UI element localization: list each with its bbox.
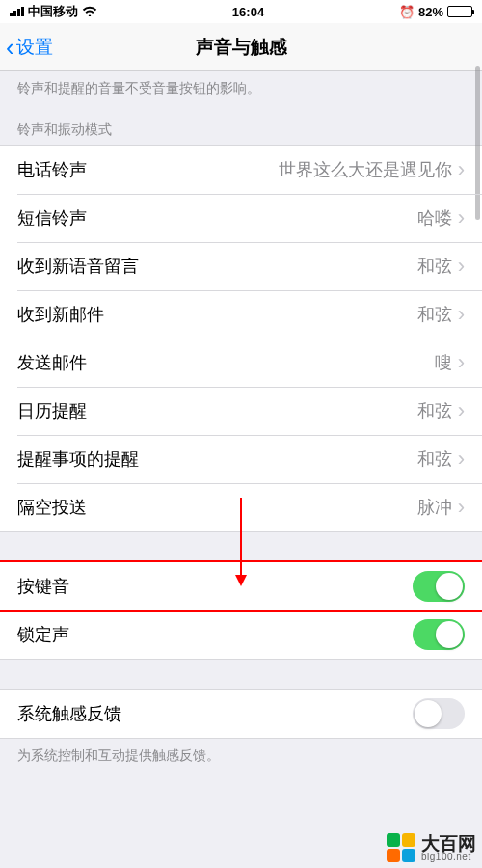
sound-row[interactable]: 收到新语音留言和弦› [0,242,482,290]
chevron-right-icon: › [458,205,465,231]
toggle-switch[interactable] [413,619,465,650]
row-label: 提醒事项的提醒 [17,448,139,471]
row-label: 隔空投送 [17,496,87,519]
row-value: 哈喽 [417,206,452,230]
row-value: 嗖 [435,351,452,374]
haptics-footer: 为系统控制和互动提供触感反馈。 [0,739,482,775]
row-label: 电话铃声 [17,158,87,181]
row-value: 和弦 [417,448,452,471]
toggle-switch[interactable] [413,698,465,729]
toggle-switch[interactable] [413,571,465,602]
chevron-right-icon: › [458,254,465,279]
carrier-label: 中国移动 [28,3,78,20]
battery-icon [447,6,472,17]
row-value: 和弦 [417,399,452,422]
alarm-icon: ⏰ [399,5,415,19]
status-time: 16:04 [232,5,264,19]
watermark-en: big100.net [421,853,476,862]
row-label: 收到新邮件 [17,303,104,326]
sound-row[interactable]: 收到新邮件和弦› [0,290,482,339]
chevron-right-icon: › [458,350,465,375]
back-button[interactable]: ‹ 设置 [0,35,53,60]
watermark: 大百网 big100.net [387,833,476,862]
chevron-right-icon: › [458,157,465,182]
sound-row[interactable]: 隔空投送脉冲› [0,483,482,531]
chevron-left-icon: ‹ [6,35,14,60]
row-label: 收到新语音留言 [17,255,139,278]
signal-icon [10,7,24,16]
sound-row[interactable]: 日历提醒和弦› [0,387,482,435]
section-header-ringtone: 铃声和振动模式 [0,108,482,145]
back-label: 设置 [16,35,53,60]
row-value: 脉冲 [417,496,452,519]
sounds-group: 电话铃声世界这么大还是遇见你›短信铃声哈喽›收到新语音留言和弦›收到新邮件和弦›… [0,145,482,532]
row-value: 世界这么大还是遇见你 [279,158,452,181]
row-value: 和弦 [417,255,452,278]
sound-row[interactable]: 短信铃声哈喽› [0,194,482,242]
row-label: 系统触感反馈 [17,702,121,725]
watermark-cn: 大百网 [421,834,476,853]
page-title: 声音与触感 [0,35,482,60]
toggle-group-haptics: 系统触感反馈 [0,689,482,739]
sound-row[interactable]: 提醒事项的提醒和弦› [0,435,482,483]
chevron-right-icon: › [458,495,465,520]
status-bar: 中国移动 16:04 ⏰ 82% [0,0,482,23]
row-label: 日历提醒 [17,399,87,422]
sound-row[interactable]: 发送邮件嗖› [0,339,482,387]
toggle-row: 按键音 [0,562,482,610]
chevron-right-icon: › [458,302,465,327]
wifi-icon [82,4,97,19]
watermark-logo-icon [387,833,415,862]
sound-row[interactable]: 电话铃声世界这么大还是遇见你› [0,146,482,194]
toggle-group-keys: 按键音锁定声 [0,561,482,660]
row-value: 和弦 [417,303,452,326]
row-label: 发送邮件 [17,351,87,374]
battery-percent: 82% [418,5,443,19]
chevron-right-icon: › [458,398,465,423]
row-label: 按键音 [17,575,69,598]
row-label: 锁定声 [17,623,69,646]
volume-note: 铃声和提醒的音量不受音量按钮的影响。 [0,71,482,108]
row-label: 短信铃声 [17,206,87,230]
chevron-right-icon: › [458,447,465,472]
nav-bar: ‹ 设置 声音与触感 [0,23,482,71]
toggle-row: 系统触感反馈 [0,690,482,738]
toggle-row: 锁定声 [0,610,482,659]
